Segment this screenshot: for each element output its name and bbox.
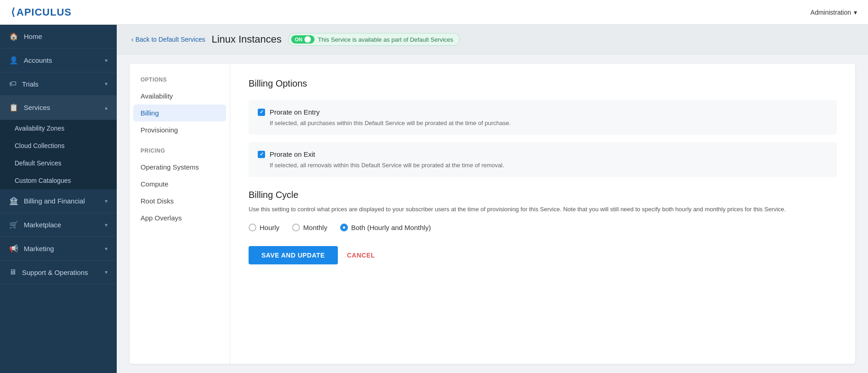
sidebar-item-label: Support & Operations	[22, 269, 88, 276]
chevron-down-icon: ▾	[105, 269, 108, 275]
radio-monthly-circle	[292, 224, 300, 231]
services-icon: 📋	[9, 103, 18, 112]
billing-options-title: Billing Options	[249, 78, 837, 89]
prorate-entry-desc: If selected, all purchases within this D…	[258, 120, 828, 126]
nav-item-label: App Overlays	[141, 214, 182, 222]
nav-item-label: Compute	[141, 180, 168, 188]
chevron-down-icon: ▾	[105, 81, 108, 87]
chevron-down-icon: ▾	[854, 9, 857, 16]
trials-icon: 🏷	[9, 80, 16, 88]
prorate-entry-label: Prorate on Entry	[270, 108, 320, 116]
radio-monthly[interactable]: Monthly	[292, 224, 327, 231]
sidebar-item-label: Marketplace	[24, 221, 61, 229]
marketplace-icon: 🛒	[9, 220, 18, 229]
sidebar-item-services[interactable]: 📋 Services ▴	[0, 96, 117, 120]
radio-monthly-label: Monthly	[303, 224, 327, 231]
main-content: Billing Options Prorate on Entry If sele…	[230, 64, 855, 364]
sidebar-item-marketing[interactable]: 📢 Marketing ▾	[0, 237, 117, 261]
inner-panel: OPTIONS Availability Billing Provisionin…	[130, 64, 855, 364]
nav-item-label: Root Disks	[141, 197, 174, 205]
sidebar-sub-item-default-services[interactable]: Default Services	[0, 154, 117, 172]
sub-item-label: Custom Catalogues	[15, 177, 71, 184]
pricing-section-label: PRICING	[130, 148, 230, 159]
logo: ⟨ APICULUS	[11, 6, 71, 18]
sidebar-item-label: Services	[24, 104, 50, 111]
radio-both[interactable]: Both (Hourly and Monthly)	[340, 224, 431, 231]
top-header: ⟨ APICULUS Administration ▾	[0, 0, 868, 25]
sub-item-label: Cloud Collections	[15, 142, 65, 149]
prorate-exit-checkbox[interactable]	[258, 151, 265, 158]
left-nav-billing[interactable]: Billing	[133, 104, 226, 121]
chevron-down-icon: ▾	[105, 246, 108, 252]
page-title: Linux Instances	[212, 33, 282, 45]
admin-menu[interactable]: Administration ▾	[810, 9, 857, 16]
left-nav-availability[interactable]: Availability	[130, 88, 230, 104]
prorate-exit-card: Prorate on Exit If selected, all removal…	[249, 142, 837, 177]
sidebar-sub-item-custom-catalogues[interactable]: Custom Catalogues	[0, 172, 117, 189]
chevron-up-icon: ▴	[105, 104, 108, 111]
prorate-entry-card: Prorate on Entry If selected, all purcha…	[249, 100, 837, 135]
sidebar: 🏠 Home 👤 Accounts ▾ 🏷 Trials ▾ 📋 Service…	[0, 25, 117, 373]
sidebar-item-label: Home	[24, 33, 42, 40]
nav-item-label: Availability	[141, 92, 173, 100]
support-icon: 🖥	[9, 268, 16, 276]
main-layout: 🏠 Home 👤 Accounts ▾ 🏷 Trials ▾ 📋 Service…	[0, 25, 868, 373]
sidebar-item-label: Accounts	[24, 56, 52, 64]
back-link-text: Back to Default Services	[136, 36, 206, 43]
billing-cycle-desc: Use this setting to control what prices …	[249, 205, 837, 214]
left-nav-operating-systems[interactable]: Operating Systems	[130, 159, 230, 176]
action-buttons: SAVE AND UPDATE CANCEL	[249, 246, 837, 264]
sidebar-item-trials[interactable]: 🏷 Trials ▾	[0, 72, 117, 96]
prorate-entry-checkbox[interactable]	[258, 109, 265, 116]
prorate-exit-desc: If selected, all removals within this De…	[258, 162, 828, 169]
options-section-label: OPTIONS	[130, 77, 230, 88]
chevron-down-icon: ▾	[105, 57, 108, 64]
nav-item-label: Operating Systems	[141, 163, 199, 171]
radio-both-label: Both (Hourly and Monthly)	[351, 224, 431, 231]
left-nav-compute[interactable]: Compute	[130, 176, 230, 192]
status-badge: ON This Service is available as part of …	[288, 33, 460, 46]
sidebar-item-billing[interactable]: 🏦 Billing and Financial ▾	[0, 189, 117, 213]
home-icon: 🏠	[9, 32, 18, 41]
radio-hourly-circle	[249, 224, 256, 231]
toggle-label: ON	[295, 37, 303, 42]
left-nav-root-disks[interactable]: Root Disks	[130, 192, 230, 209]
cancel-button[interactable]: CANCEL	[347, 252, 375, 259]
radio-hourly[interactable]: Hourly	[249, 224, 279, 231]
nav-item-label: Billing	[141, 109, 159, 117]
sidebar-item-label: Marketing	[24, 245, 54, 252]
sidebar-sub-item-cloud-collections[interactable]: Cloud Collections	[0, 137, 117, 154]
accounts-icon: 👤	[9, 56, 18, 65]
sidebar-item-label: Billing and Financial	[24, 197, 85, 205]
sub-item-label: Availability Zones	[15, 125, 65, 132]
sidebar-item-support[interactable]: 🖥 Support & Operations ▾	[0, 261, 117, 284]
status-text: This Service is available as part of Def…	[318, 36, 454, 43]
nav-item-label: Provisioning	[141, 126, 178, 134]
save-button[interactable]: SAVE AND UPDATE	[249, 246, 338, 264]
left-nav-app-overlays[interactable]: App Overlays	[130, 209, 230, 226]
content-area: ‹ Back to Default Services Linux Instanc…	[117, 25, 868, 373]
radio-hourly-label: Hourly	[260, 224, 279, 231]
back-link[interactable]: ‹ Back to Default Services	[131, 36, 205, 43]
marketing-icon: 📢	[9, 244, 18, 253]
prorate-exit-label: Prorate on Exit	[270, 150, 315, 158]
toggle-pill[interactable]: ON	[291, 35, 315, 44]
logo-icon: ⟨	[11, 6, 15, 18]
sidebar-sub-item-availability-zones[interactable]: Availability Zones	[0, 120, 117, 137]
breadcrumb-bar: ‹ Back to Default Services Linux Instanc…	[117, 25, 868, 55]
billing-cycle-title: Billing Cycle	[249, 190, 837, 200]
sidebar-item-home[interactable]: 🏠 Home	[0, 25, 117, 49]
sidebar-item-marketplace[interactable]: 🛒 Marketplace ▾	[0, 213, 117, 237]
radio-group: Hourly Monthly Both (Hourly and Monthly)	[249, 224, 837, 231]
admin-label: Administration	[810, 9, 851, 16]
chevron-down-icon: ▾	[105, 222, 108, 228]
logo-text: APICULUS	[16, 6, 71, 18]
toggle-circle	[304, 36, 311, 43]
chevron-down-icon: ▾	[105, 198, 108, 204]
chevron-left-icon: ‹	[131, 36, 134, 43]
left-nav-provisioning[interactable]: Provisioning	[130, 121, 230, 138]
billing-icon: 🏦	[9, 197, 18, 205]
sub-item-label: Default Services	[15, 159, 61, 167]
sidebar-item-accounts[interactable]: 👤 Accounts ▾	[0, 49, 117, 72]
left-nav: OPTIONS Availability Billing Provisionin…	[130, 64, 230, 364]
